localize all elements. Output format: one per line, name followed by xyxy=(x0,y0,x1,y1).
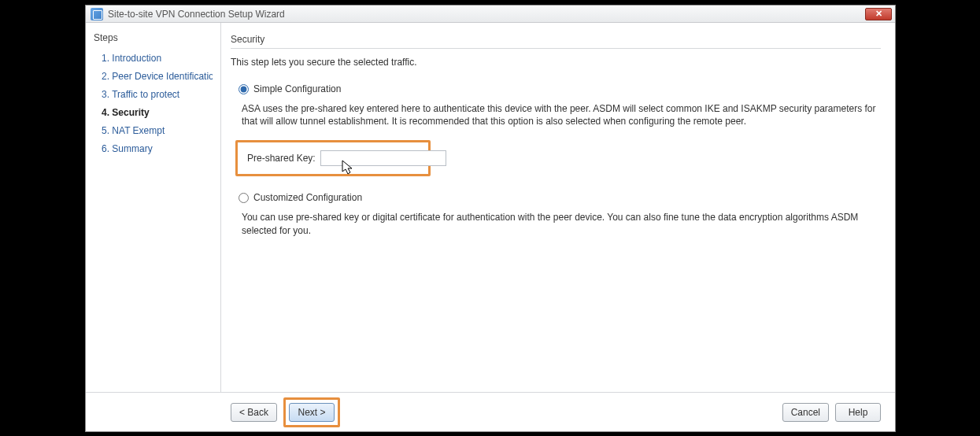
step-introduction[interactable]: 1. Introduction xyxy=(94,50,213,68)
app-icon xyxy=(91,8,103,20)
preshared-key-box: Pre-shared Key: xyxy=(235,140,431,176)
wizard-dialog: Site-to-site VPN Connection Setup Wizard… xyxy=(85,5,896,432)
step-peer-device[interactable]: 2. Peer Device Identificatio xyxy=(94,68,213,86)
custom-config-radio[interactable] xyxy=(239,193,249,203)
simple-config-radio[interactable] xyxy=(239,84,249,94)
close-button[interactable]: ✕ xyxy=(865,8,892,20)
simple-config-description: ASA uses the pre-shared key entered here… xyxy=(231,98,881,135)
steps-sidebar: Steps 1. Introduction 2. Peer Device Ide… xyxy=(86,23,221,392)
simple-config-label[interactable]: Simple Configuration xyxy=(253,83,341,94)
custom-config-label[interactable]: Customized Configuration xyxy=(253,192,362,203)
next-button-highlight: Next > xyxy=(283,397,340,427)
footer: < Back Next > Cancel Help xyxy=(86,392,895,431)
step-security[interactable]: 4. Security xyxy=(94,104,213,122)
page-subtitle: This step lets you secure the selected t… xyxy=(231,49,881,79)
window-title: Site-to-site VPN Connection Setup Wizard xyxy=(108,9,865,20)
next-button[interactable]: Next > xyxy=(289,403,335,422)
sidebar-header: Steps xyxy=(94,29,213,50)
content: Steps 1. Introduction 2. Peer Device Ide… xyxy=(86,23,895,392)
steps-list: 1. Introduction 2. Peer Device Identific… xyxy=(94,50,213,158)
preshared-key-input[interactable] xyxy=(320,150,446,166)
main-panel: Security This step lets you secure the s… xyxy=(221,23,895,392)
simple-config-option[interactable]: Simple Configuration xyxy=(231,79,881,98)
page-title: Security xyxy=(231,29,881,49)
step-traffic[interactable]: 3. Traffic to protect xyxy=(94,86,213,104)
back-button[interactable]: < Back xyxy=(231,403,277,422)
close-icon: ✕ xyxy=(875,9,882,19)
cancel-button[interactable]: Cancel xyxy=(782,403,829,422)
preshared-key-label: Pre-shared Key: xyxy=(247,153,316,164)
step-summary[interactable]: 6. Summary xyxy=(94,140,213,158)
help-button[interactable]: Help xyxy=(835,403,881,422)
custom-config-description: You can use pre-shared key or digital ce… xyxy=(231,206,881,244)
custom-config-option[interactable]: Customized Configuration xyxy=(231,187,881,206)
step-nat-exempt[interactable]: 5. NAT Exempt xyxy=(94,122,213,140)
titlebar: Site-to-site VPN Connection Setup Wizard… xyxy=(86,6,895,23)
